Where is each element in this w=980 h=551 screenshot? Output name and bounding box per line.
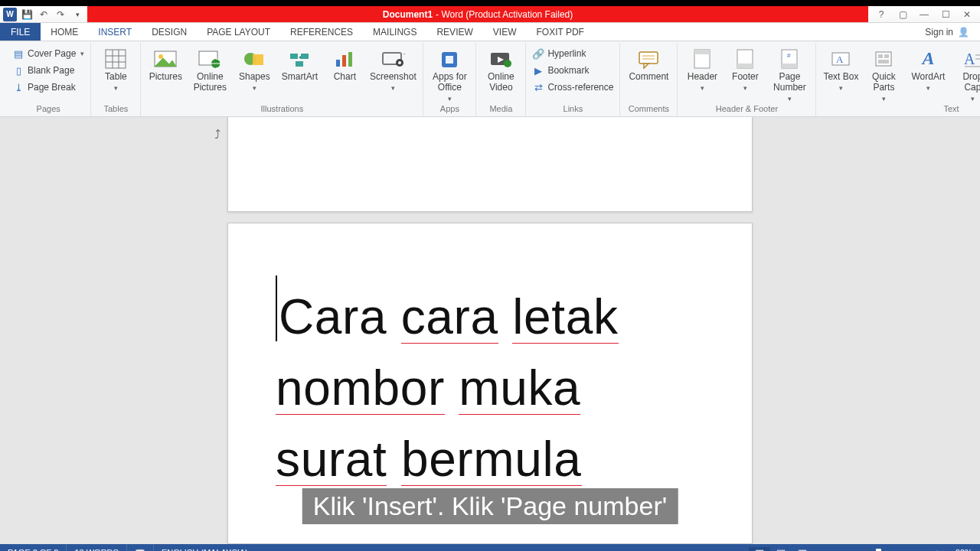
drop-cap-button[interactable]: A Drop Cap▾: [952, 46, 980, 103]
read-mode-button[interactable]: ▥: [749, 547, 770, 552]
svg-rect-32: [694, 50, 710, 54]
document-text-line3: surat bermula: [276, 424, 704, 495]
quick-parts-button[interactable]: Quick Parts▾: [864, 46, 903, 103]
svg-text:A: A: [964, 51, 975, 67]
tab-insert[interactable]: INSERT: [88, 23, 142, 41]
tab-file[interactable]: FILE: [0, 23, 41, 41]
document-text-line2: nombor muka: [276, 353, 704, 424]
group-label: Comments: [625, 103, 672, 116]
wordart-button[interactable]: A WordArt▾: [906, 46, 949, 92]
help-button[interactable]: ?: [871, 6, 891, 22]
svg-rect-40: [876, 52, 891, 66]
hyperlink-icon: 🔗: [532, 47, 544, 60]
chevron-down-icon: ▾: [448, 95, 452, 103]
tab-view[interactable]: VIEW: [483, 23, 527, 41]
svg-point-6: [158, 54, 163, 59]
wordart-icon: A: [915, 47, 941, 70]
web-layout-button[interactable]: ▦: [792, 547, 813, 552]
status-language[interactable]: ENGLISH (MALAYSIA): [153, 544, 256, 551]
hyperlink-button[interactable]: 🔗Hyperlink: [531, 46, 587, 61]
comment-icon: [635, 47, 662, 70]
qat-redo-icon[interactable]: ↷: [54, 8, 67, 21]
cover-page-icon: ▤: [12, 47, 24, 60]
svg-rect-0: [106, 50, 126, 68]
page-number-button[interactable]: # Page Number▾: [768, 46, 811, 103]
footer-icon: [732, 47, 758, 70]
cover-page-button[interactable]: ▤Cover Page▾: [11, 46, 86, 61]
tab-mailings[interactable]: MAILINGS: [363, 23, 426, 41]
zoom-level[interactable]: 90%: [948, 548, 980, 551]
cross-reference-button[interactable]: ⇄Cross-reference: [531, 80, 615, 95]
page-break-icon: ⤓: [12, 81, 24, 93]
maximize-button[interactable]: ☐: [936, 6, 956, 22]
group-text: A Text Box▾ Quick Parts▾ A WordArt▾ A: [815, 43, 980, 116]
online-video-button[interactable]: Online Video: [481, 46, 521, 93]
zoom-in-button[interactable]: +: [926, 547, 948, 552]
caption-overlay: Klik 'Insert'. Klik 'Page number': [302, 488, 678, 524]
tab-references[interactable]: REFERENCES: [280, 23, 363, 41]
page-break-button[interactable]: ⤓Page Break: [11, 80, 77, 95]
zoom-out-button[interactable]: −: [813, 547, 835, 552]
chevron-down-icon: ▾: [701, 84, 704, 92]
status-proofing[interactable]: 📖: [126, 544, 153, 551]
chart-button[interactable]: Chart: [325, 46, 364, 83]
shapes-icon: [241, 47, 267, 70]
svg-marker-28: [644, 64, 648, 68]
group-label: Media: [481, 103, 521, 116]
table-icon: [103, 47, 129, 70]
chevron-down-icon: ▾: [253, 84, 256, 92]
status-page[interactable]: PAGE 2 OF 2: [0, 544, 66, 551]
smartart-button[interactable]: SmartArt: [277, 46, 322, 83]
text-box-button[interactable]: A Text Box▾: [821, 46, 861, 92]
shapes-button[interactable]: Shapes▾: [234, 46, 274, 92]
drop-cap-icon: A: [959, 47, 980, 70]
chevron-down-icon: ▾: [839, 84, 843, 92]
tab-foxit-pdf[interactable]: FOXIT PDF: [526, 23, 593, 41]
group-apps: Apps for Office▾ Apps: [423, 43, 475, 116]
tab-home[interactable]: HOME: [41, 23, 88, 41]
qat-customize-icon[interactable]: ▾: [70, 8, 84, 21]
bookmark-button[interactable]: ▶Bookmark: [531, 63, 590, 78]
ribbon-display-button[interactable]: ▢: [893, 6, 913, 22]
close-button[interactable]: ✕: [957, 6, 977, 22]
chevron-down-icon: ▾: [391, 84, 395, 92]
comment-button[interactable]: Comment: [625, 46, 672, 83]
smartart-icon: [286, 47, 312, 70]
group-illustrations: Pictures Online Pictures Shapes▾: [140, 43, 423, 116]
tab-review[interactable]: REVIEW: [426, 23, 482, 41]
qat-save-icon[interactable]: 💾: [20, 8, 34, 21]
group-links: 🔗Hyperlink ▶Bookmark ⇄Cross-reference Li…: [525, 43, 619, 116]
proofing-icon: 📖: [135, 548, 145, 552]
sign-in[interactable]: Sign in 👤: [914, 23, 980, 41]
minimize-button[interactable]: —: [914, 6, 934, 22]
cursor-icon: ⤴: [214, 128, 220, 142]
status-words[interactable]: 13 WORDS: [66, 544, 126, 551]
tab-design[interactable]: DESIGN: [142, 23, 197, 41]
blank-page-button[interactable]: ▯Blank Page: [11, 63, 76, 78]
svg-rect-41: [878, 54, 883, 58]
page-number-icon: #: [776, 47, 802, 70]
pictures-button[interactable]: Pictures: [145, 46, 185, 83]
window-title: Document1 - Word (Product Activation Fai…: [87, 6, 868, 22]
table-button[interactable]: Table▾: [96, 46, 136, 92]
user-icon: 👤: [958, 27, 969, 37]
screenshot-button[interactable]: + Screenshot▾: [368, 46, 418, 92]
svg-text:A: A: [836, 54, 844, 65]
blank-page-icon: ▯: [12, 64, 24, 77]
qat-undo-icon[interactable]: ↶: [37, 8, 51, 21]
online-video-icon: [488, 47, 514, 70]
word-app-icon: W: [3, 8, 17, 21]
group-media: Online Video Media: [475, 43, 525, 116]
document-workspace[interactable]: ⤴ Cara cara letak nombor muka surat berm…: [0, 117, 980, 544]
chart-icon: [332, 47, 358, 70]
print-layout-button[interactable]: ▤: [770, 547, 792, 552]
header-button[interactable]: Header▾: [682, 46, 722, 92]
tab-page-layout[interactable]: PAGE LAYOUT: [197, 23, 280, 41]
footer-button[interactable]: Footer▾: [725, 46, 765, 92]
apps-for-office-button[interactable]: Apps for Office▾: [428, 46, 471, 103]
svg-rect-16: [342, 55, 346, 67]
group-label: Apps: [428, 103, 471, 116]
online-pictures-button[interactable]: Online Pictures: [188, 46, 231, 93]
status-bar: PAGE 2 OF 2 13 WORDS 📖 ENGLISH (MALAYSIA…: [0, 544, 980, 551]
quick-parts-icon: [871, 47, 897, 70]
